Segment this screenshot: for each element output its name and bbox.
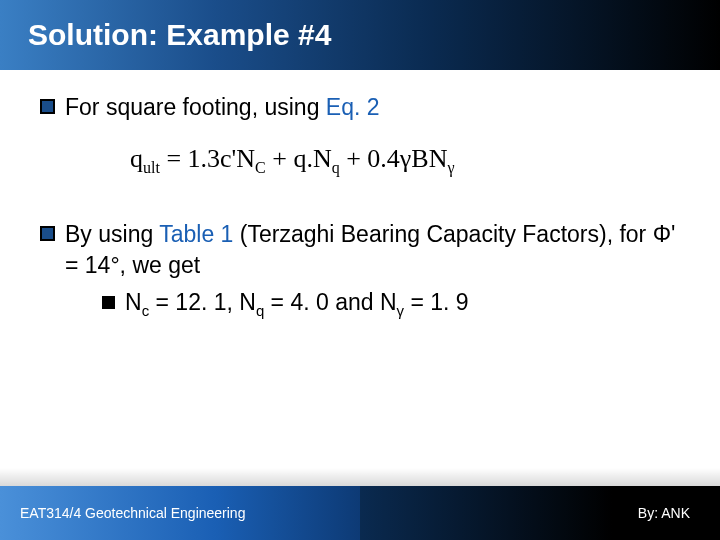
bullet-1-prefix: For square footing, using [65,94,326,120]
footer: EAT314/4 Geotechnical Engineering By: AN… [0,486,720,540]
bearing-factors: Nc = 12. 1, Nq = 4. 0 and Nγ = 1. 9 [125,287,469,321]
bullet-item-2: By using Table 1 (Terzaghi Bearing Capac… [40,219,680,321]
slide-content: For square footing, using Eq. 2 qult = 1… [0,70,720,321]
slide-title: Solution: Example #4 [28,18,331,52]
square-bullet-icon [40,226,55,241]
title-bar: Solution: Example #4 [0,0,720,70]
eq-link: Eq. 2 [326,94,380,120]
square-bullet-icon [40,99,55,114]
table-link: Table 1 [159,221,240,247]
bullet-item-1: For square footing, using Eq. 2 [40,92,680,123]
square-bullet-solid-icon [102,296,115,309]
bullet-1-text: For square footing, using Eq. 2 [65,92,680,123]
sub-bullet-item: Nc = 12. 1, Nq = 4. 0 and Nγ = 1. 9 [102,287,680,321]
footer-gradient [0,468,720,486]
footer-author: By: ANK [360,486,720,540]
footer-course: EAT314/4 Geotechnical Engineering [0,486,360,540]
bullet-2-prefix: By using [65,221,159,247]
equation: qult = 1.3c'NC + q.Nq + 0.4γBNγ [130,141,680,179]
sub-bullet-block: Nc = 12. 1, Nq = 4. 0 and Nγ = 1. 9 [92,287,680,321]
bullet-2-text: By using Table 1 (Terzaghi Bearing Capac… [65,219,680,321]
